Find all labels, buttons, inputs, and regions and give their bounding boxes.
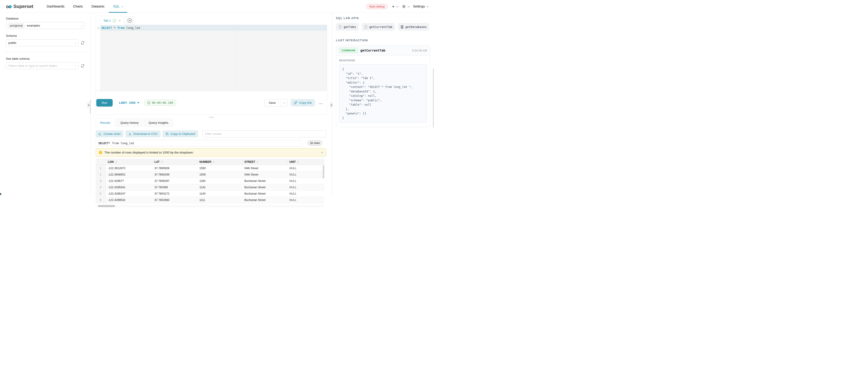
table-cell: NULL bbox=[287, 191, 323, 195]
tab-query-history[interactable]: Query history bbox=[116, 119, 143, 127]
sort-icon[interactable] bbox=[297, 161, 299, 163]
clock-icon bbox=[147, 101, 150, 104]
database-select-value: examples bbox=[27, 24, 40, 27]
response-code-block: { "id": "1", "title": "Tab 1", "editor":… bbox=[339, 64, 427, 123]
api-button-getTabs[interactable]: getTabs bbox=[336, 23, 359, 31]
schema-select[interactable]: public bbox=[6, 39, 79, 46]
superset-logo[interactable]: ∞◆ Superset bbox=[6, 0, 33, 13]
nav-item-charts[interactable]: Charts bbox=[69, 0, 87, 13]
last-interaction-title: LAST INTERACTION bbox=[336, 39, 430, 42]
drag-handle-icon[interactable]: ⋮ bbox=[99, 19, 101, 22]
table-vertical-scrollbar[interactable] bbox=[323, 165, 324, 190]
table-cell: -122.428577 bbox=[105, 178, 152, 184]
column-header-lon[interactable]: LON bbox=[105, 159, 152, 165]
api-button-getDatabases[interactable]: getDatabases bbox=[398, 23, 430, 31]
nav-item-dashboards[interactable]: Dashboards bbox=[42, 0, 69, 13]
limit-dropdown[interactable]: LIMIT: 1000 bbox=[119, 101, 140, 104]
table-schema-label: See table schema bbox=[6, 57, 85, 60]
sort-icon[interactable] bbox=[257, 161, 258, 163]
table-cell: 04th Street bbox=[242, 171, 287, 177]
sort-icon[interactable] bbox=[161, 161, 163, 163]
right-panel-scrollbar[interactable] bbox=[433, 69, 434, 128]
sqllab-left-sidebar: Database postgresql examples Schema publ… bbox=[0, 13, 91, 195]
last-interaction-card: COMMAND getCurrentTab 9:34:48 AM RESPONS… bbox=[336, 45, 430, 127]
table-cell: NULL bbox=[287, 165, 323, 171]
row-limit-alert: ! The number of rows displayed is limite… bbox=[96, 148, 326, 157]
row-index: 4 bbox=[96, 184, 105, 190]
table-cell: 1505 bbox=[197, 171, 242, 177]
new-item-button[interactable]: + bbox=[392, 4, 398, 9]
editor-tab-label: Tab 1 bbox=[103, 19, 111, 22]
document-icon bbox=[339, 25, 342, 29]
sqllab-api-panel: SQL LAB APIS getTabsgetCurrentTabgetData… bbox=[332, 13, 434, 195]
sort-icon[interactable] bbox=[213, 161, 215, 163]
table-row[interactable]: 1-122.391267237.7690928155004th StreetNU… bbox=[96, 165, 324, 171]
nav-menu: Dashboards Charts Datasets SQL bbox=[42, 0, 127, 13]
column-header-unit[interactable]: UNIT bbox=[287, 159, 323, 165]
table-cell: NULL bbox=[287, 184, 323, 190]
tab-results[interactable]: Results bbox=[96, 119, 115, 127]
add-tab-button[interactable]: + bbox=[124, 16, 135, 25]
close-tab-icon[interactable]: × bbox=[119, 19, 121, 23]
sun-icon bbox=[402, 4, 406, 8]
run-button[interactable]: Run bbox=[96, 99, 113, 106]
chevron-down-icon bbox=[121, 5, 124, 7]
warning-icon: ! bbox=[99, 151, 102, 154]
api-button-getCurrentTab[interactable]: getCurrentTab bbox=[362, 23, 395, 31]
table-row[interactable]: 5-122.428524737.78031721140Buchanan Stre… bbox=[96, 191, 324, 195]
save-split-button: Save bbox=[264, 99, 287, 106]
row-index: 3 bbox=[96, 178, 105, 184]
executed-sql-preview[interactable]: SELECT * from long_lat bbox=[96, 140, 302, 146]
column-header-lat[interactable]: LAT bbox=[152, 159, 197, 165]
filter-results-input[interactable] bbox=[202, 130, 326, 137]
command-name: getCurrentTab bbox=[361, 48, 385, 52]
row-index: 2 bbox=[96, 171, 105, 177]
more-actions-button[interactable]: ... bbox=[318, 101, 323, 105]
table-select-placeholder: Select table or type to search tables bbox=[7, 64, 57, 67]
row-index: 1 bbox=[96, 165, 105, 171]
database-label: Database bbox=[6, 17, 85, 20]
interaction-card-header: COMMAND getCurrentTab 9:34:48 AM bbox=[336, 45, 430, 56]
tab-query-insights[interactable]: Query Insights bbox=[144, 119, 173, 127]
download-csv-button[interactable]: Download to CSV bbox=[125, 130, 161, 137]
results-table-body: 1-122.391267237.7690928155004th StreetNU… bbox=[96, 165, 324, 195]
table-cell: Buchanan Street bbox=[242, 178, 287, 184]
table-row[interactable]: 2-122.390850237.7694259150504th StreetNU… bbox=[96, 171, 324, 178]
column-header-street[interactable]: STREET bbox=[242, 159, 287, 165]
panel-resize-handle[interactable] bbox=[209, 117, 214, 119]
collapse-right-panel-button[interactable]: > bbox=[330, 102, 333, 108]
sql-editor[interactable]: 1 SELECT * from long_lat bbox=[96, 25, 327, 91]
database-select[interactable]: postgresql examples bbox=[6, 22, 85, 29]
save-options-button[interactable] bbox=[280, 99, 287, 106]
refresh-tables-icon[interactable] bbox=[81, 64, 85, 68]
response-json: { "id": "1", "title": "Tab 1", "editor":… bbox=[342, 67, 424, 120]
nav-item-sql[interactable]: SQL bbox=[109, 0, 127, 13]
table-cell: Buchanan Street bbox=[242, 184, 287, 190]
save-button[interactable]: Save bbox=[265, 99, 280, 106]
environment-badge: flask-debug bbox=[366, 4, 388, 9]
command-badge: COMMAND bbox=[339, 48, 358, 53]
schema-select-value: public bbox=[7, 41, 17, 44]
refresh-schemas-icon[interactable] bbox=[81, 41, 85, 45]
column-header-number[interactable]: NUMBER bbox=[197, 159, 242, 165]
collapse-sidebar-button[interactable]: < bbox=[87, 102, 90, 108]
table-cell: 37.7803172 bbox=[152, 191, 197, 195]
chevron-down-icon bbox=[74, 42, 76, 43]
close-alert-icon[interactable]: × bbox=[321, 151, 323, 154]
sort-icon[interactable] bbox=[115, 161, 117, 163]
theme-toggle-button[interactable] bbox=[402, 4, 409, 8]
table-cell: -122.4285247 bbox=[105, 191, 152, 195]
table-select[interactable]: Select table or type to search tables bbox=[6, 62, 79, 69]
line-number: 1 bbox=[96, 25, 100, 31]
caret-down-icon bbox=[137, 102, 140, 103]
table-row[interactable]: 3-122.42857737.78062671160Buchanan Stree… bbox=[96, 178, 324, 184]
table-row[interactable]: 4-122.428534137.7803851142Buchanan Stree… bbox=[96, 184, 324, 191]
copy-clipboard-button[interactable]: Copy to Clipboard bbox=[163, 130, 198, 137]
nav-item-datasets[interactable]: Datasets bbox=[87, 0, 108, 13]
copy-link-button[interactable]: Copy link bbox=[291, 99, 315, 106]
table-cell: NULL bbox=[287, 171, 323, 177]
settings-menu[interactable]: Settings bbox=[413, 4, 428, 8]
editor-tab-1[interactable]: ⋮ Tab 1 ✓ × bbox=[96, 16, 124, 25]
create-chart-button[interactable]: Create chart bbox=[96, 130, 123, 137]
results-action-row: Create chart Download to CSV Copy to Cli… bbox=[96, 130, 326, 137]
